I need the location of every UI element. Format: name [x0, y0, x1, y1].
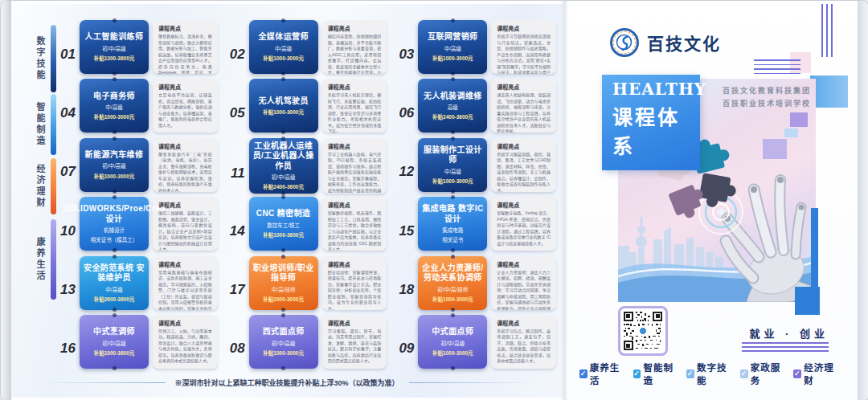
course-title: 互联网营销师: [428, 32, 477, 43]
course-card: 安全防范系统 安装维护员 中/高级 补贴2600-3600元: [80, 256, 149, 310]
course-title: 工业机器人运维员/工业机器人操作员: [252, 141, 316, 172]
highlights-heading: 课程亮点: [158, 142, 212, 150]
category-sidebar: 数字技能 智能制造 经济理财 康养生活: [11, 4, 58, 398]
tag-finance: ✓ 经济理财: [793, 361, 840, 386]
course-unit: 02 全媒体运营师 中/高级 补贴1000-3000元 课程亮点 围绕内容策划、…: [226, 20, 387, 74]
footnote-text: ※深圳市针对以上紧缺工种职业技能提升补贴上浮30%（以政策为准）: [175, 378, 399, 388]
course-title: 全媒体运营师: [258, 32, 308, 43]
course-unit: 06 无人机装调维修 高级 补贴2400-3600元 课程亮点 涵盖无人机结构原…: [395, 79, 556, 133]
highlights-heading: 课程亮点: [158, 260, 212, 268]
course-unit: 15 集成电路 数字IC设计 集成电路 相关证书 课程亮点 掌握数字电路、Ver…: [395, 197, 556, 251]
corner-lines-decor: [821, 4, 833, 57]
highlights-text: 立足电商平台运营、店铺装修、商品优化、网络营销、客户服务与数据分析，强化实战与创…: [158, 92, 212, 129]
course-level: 中/高级: [275, 45, 292, 52]
course-subsidy: 补贴1000-3600元: [94, 349, 135, 357]
course-highlights-box: 课程亮点 企业人力资源师：涵盖人力六大模块，招聘、绩效、薪酬设计与战略规划。劳动…: [491, 256, 556, 310]
checkbox-icon: ✓: [740, 369, 748, 378]
lavender-square-decor: [763, 139, 787, 159]
qr-code: [618, 306, 668, 356]
highlights-text: 系统学习互联网营销底层逻辑与行业玩法，掌握选品、文案、短视频制作与投放策略，产品…: [497, 34, 551, 74]
course-card: 职业培训师/职业指导师 中/高/技师 补贴2000-3000元: [249, 256, 318, 310]
course-title: 西式面点师: [263, 327, 305, 337]
course-subsidy: 补贴1000-3000元: [263, 108, 304, 116]
course-level: 初/中/高级: [272, 340, 296, 347]
course-subsidy: 补贴1000-3000元: [94, 112, 135, 120]
highlights-text: 掌握数控编程、机床操作、精密加工工艺、刀具选用、图纸识读与工艺优化，融合多轴加工…: [328, 210, 382, 251]
course-number: 14: [226, 209, 245, 239]
course-level: 高级: [448, 104, 458, 111]
tag-label: 智能制造: [643, 361, 679, 386]
course-unit: 11 工业机器人运维员/工业机器人操作员 初/中/高级 补贴2400-3600元…: [226, 138, 387, 192]
course-title: 安全防范系统 安装维护员: [82, 263, 146, 284]
highlights-heading: 课程亮点: [497, 142, 551, 150]
course-level: 中/高级: [105, 286, 122, 293]
course-number: 07: [56, 149, 76, 180]
tag-label: 数字技能: [697, 361, 733, 386]
course-title: 中式面点师: [432, 327, 473, 337]
course-subsidy: 补贴2400-3600元: [263, 182, 304, 190]
course-subsidy: 补贴1300-3600元: [94, 54, 135, 62]
course-title: 无人机驾驶员: [258, 96, 308, 107]
course-row: 13 安全防范系统 安装维护员 中/高级 补贴2600-3600元 课程亮点 常…: [56, 256, 556, 310]
course-list-panel: 数字技能 智能制造 经济理财 康养生活 01 人: [11, 4, 563, 398]
course-cert: 相关证书（模具工）: [91, 236, 138, 243]
cover-panel: 百技文化 百技文化教育科技集团 百技职业技术培训学校: [568, 1, 858, 400]
course-subsidy: 补贴1000-3000元: [432, 177, 473, 185]
highlights-text: 系统学习服装制版、裁剪、缝纫、整烫、工艺文件与CAD制图，涵盖材料、样衣、修改、…: [497, 152, 551, 192]
brand-logo-icon: [610, 28, 639, 57]
course-subsidy: 补贴1000-3600元: [263, 231, 304, 239]
course-number: 15: [395, 209, 414, 239]
highlights-heading: 课程亮点: [497, 83, 551, 91]
course-highlights-box: 课程亮点 聚焦新能源汽车“三电”系统（电池、电机、电控）、高压安全、整车故障诊断…: [153, 138, 218, 192]
course-level: 初/中/高级: [102, 340, 126, 347]
highlights-heading: 课程亮点: [328, 201, 382, 209]
highlights-text: 聚焦数据标注、清洗补全、模型训练与调优，融合大模型应用、数据分析与加工、智能系统…: [158, 34, 212, 74]
course-card: 企业人力资源师/劳动关系协调师 初/中/高/技师 补贴1000-3000元: [418, 256, 487, 310]
slogan-underlines: [742, 342, 829, 354]
course-row: 10 SOLIDWORKS/Proe/Creo设计 机械设计 相关证书（模具工）…: [56, 197, 556, 251]
tag-label: 康养生活: [590, 361, 626, 386]
course-unit: 13 安全防范系统 安装维护员 中/高级 补贴2600-3600元 课程亮点 常…: [56, 256, 218, 310]
category-label: 经济理财: [34, 164, 47, 209]
slogan-text: 就业 · 创业: [749, 325, 829, 341]
course-number: 18: [395, 267, 414, 298]
course-level: 机械设计: [104, 227, 125, 234]
course-unit: 04 电子商务师 中/高级 补贴1000-3000元 课程亮点 立足电商平台运营…: [56, 79, 218, 133]
course-title: 中式烹调师: [93, 327, 135, 337]
course-subsidy: 补贴2600-3600元: [94, 295, 135, 303]
cover-title-cn: 课程体系: [612, 101, 700, 159]
highlights-text: 职业培训师：掌握课程开发、授课技巧，提升表达与控场能力，掌握教学设计方法。职业指…: [328, 270, 382, 310]
course-level: 集成电路: [442, 227, 463, 234]
lavender-square-decor: [790, 112, 808, 127]
course-title: 服装制作工设计师: [420, 145, 485, 165]
tag-housekeeping: ✓ 家政服务: [740, 361, 787, 386]
course-card: 无人机驾驶员 补贴1000-3000元: [249, 79, 318, 133]
course-subsidy: 补贴1000-3000元: [263, 54, 304, 62]
course-unit: 01 人工智能训练师 初/中/高级 补贴1300-3600元 课程亮点 聚焦数据…: [56, 20, 218, 74]
org-line-2: 百技职业技术培训学校: [723, 97, 811, 110]
highlights-text: 学习工业机器人结构、电气控制、PLC编程、系统安装调试、现场操作与保养，结合智能…: [328, 152, 382, 194]
checkbox-icon: ✓: [793, 369, 801, 378]
highlights-text: 围绕三维建模、装配设计、工程图、曲面造型、钣金设计、模具结构、逆向与参数化设计，…: [158, 210, 212, 251]
course-title: 企业人力资源师/劳动关系协调师: [420, 263, 485, 284]
category-color-bar: [51, 158, 56, 214]
highlights-heading: 课程亮点: [497, 24, 551, 32]
page-right-edge: [858, 1, 868, 400]
course-row: 01 人工智能训练师 初/中/高级 补贴1300-3600元 课程亮点 聚焦数据…: [56, 20, 556, 74]
highlights-text: 围绕内容策划、短视频拍摄剪辑、直播运营、多平台账号推广，数据分析与流量变现，嵌入…: [328, 34, 382, 74]
org-line-1: 百技文化教育科技集团: [723, 84, 811, 97]
course-unit: 07 新能源汽车维修 初/中/高级 补贴1000-3000元 课程亮点 聚焦新能…: [56, 138, 218, 192]
course-unit: 17 职业培训师/职业指导师 中/高/技师 补贴2000-3000元 课程亮点 …: [226, 256, 387, 310]
course-card: 西式面点师 初/中/高级 补贴1000-3000元: [249, 315, 318, 369]
course-title: CNC 精密制造: [256, 209, 311, 219]
course-number: 01: [56, 32, 76, 63]
course-unit: 08 西式面点师 初/中/高级 补贴1000-3000元 课程亮点 学习蛋糕、面…: [226, 315, 387, 369]
highlights-text: 系统学习包点、酥点制作、皮坯调制工艺，涵盖包子、饺子、汤圆、糕点、特色小吃等品类…: [497, 329, 551, 365]
course-card: 全媒体运营师 中/高级 补贴1000-3000元: [249, 20, 318, 74]
highlights-heading: 课程亮点: [497, 201, 551, 209]
course-card: 中式烹调师 初/中/高级 补贴1000-3600元: [80, 315, 149, 369]
course-unit: 18 企业人力资源师/劳动关系协调师 初/中/高/技师 补贴1000-3000元…: [395, 256, 556, 310]
course-level: 中/高级: [105, 104, 122, 111]
course-title: 新能源汽车维修: [85, 150, 144, 161]
course-level: 中/高级: [444, 45, 461, 52]
